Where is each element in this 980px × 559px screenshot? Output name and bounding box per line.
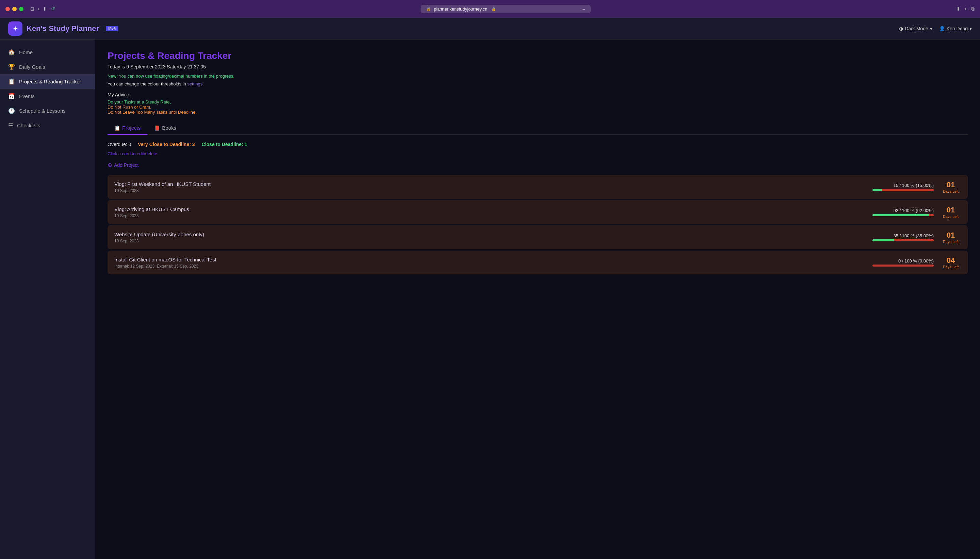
card-days: 04 Days Left (940, 256, 961, 269)
card-right: 15 / 100 % (15.00%) 01 Days Left (832, 180, 961, 194)
user-icon: 👤 (939, 26, 945, 31)
card-progress-text: 0 / 100 % (0.00%) (873, 258, 934, 263)
project-card[interactable]: Vlog: First Weekend of an HKUST Student … (107, 175, 968, 199)
progress-container: 0 / 100 % (0.00%) (873, 258, 934, 266)
dark-mode-chevron-icon: ▾ (930, 26, 932, 31)
ipv6-badge: IPv6 (106, 26, 118, 31)
tab-projects[interactable]: 📋 Projects (107, 122, 147, 135)
settings-link[interactable]: settings (187, 81, 203, 86)
sidebar-item-events-label: Events (19, 93, 35, 99)
stats-row: Overdue: 0 Very Close to Deadline: 3 Clo… (107, 142, 968, 147)
minimize-button[interactable] (12, 7, 16, 11)
card-right: 92 / 100 % (92.00%) 01 Days Left (832, 206, 961, 218)
dark-mode-icon: ◑ (899, 26, 903, 31)
pause-button[interactable]: ⏸ (43, 6, 48, 12)
progress-container: 15 / 100 % (15.00%) (873, 183, 934, 191)
address-bar-wrap: 🔒 planner.kenstudyjourney.cn 🔒 ··· (59, 5, 952, 13)
card-right: 35 / 100 % (35.00%) 01 Days Left (832, 231, 961, 244)
card-date: 10 Sep. 2023 (114, 213, 832, 218)
stat-overdue: Overdue: 0 (107, 142, 131, 147)
url-text: planner.kenstudyjourney.cn (434, 7, 487, 12)
advice-line-3: Do Not Leave Too Many Tasks until Deadli… (107, 110, 968, 115)
days-label: Days Left (940, 189, 961, 194)
days-num: 04 (940, 256, 961, 265)
sidebar-item-checklists[interactable]: ☰ Checklists (0, 118, 95, 133)
browser-right-controls: ⬆ + ⧉ (956, 6, 975, 12)
project-card[interactable]: Website Update (University Zones only) 1… (107, 225, 968, 249)
sidebar-item-projects[interactable]: 📋 Projects & Reading Tracker (0, 74, 95, 89)
sidebar: 🏠 Home 🏆 Daily Goals 📋 Projects & Readin… (0, 40, 95, 559)
card-title: Vlog: Arriving at HKUST Campus (114, 206, 832, 212)
stat-very-close: Very Close to Deadline: 3 (138, 142, 195, 147)
progress-bar-wrap (873, 265, 934, 266)
site-icon: 🔒 (426, 7, 431, 11)
card-left: Vlog: Arriving at HKUST Campus 10 Sep. 2… (114, 206, 832, 218)
notice-new: New: You can now use floating/decimal nu… (107, 74, 968, 79)
new-tab-button[interactable]: + (964, 6, 967, 12)
user-chevron-icon: ▾ (970, 26, 972, 31)
add-project-label: Add Project (114, 162, 139, 168)
dots-icon[interactable]: ··· (582, 7, 585, 12)
add-project-icon: ⊕ (107, 162, 112, 168)
advice-line-2: Do Not Rush or Cram, (107, 104, 968, 110)
advice-block: My Advice: Do your Tasks at a Steady Rat… (107, 92, 968, 115)
clock-icon: 🕐 (8, 108, 15, 114)
card-title: Install Git Client on macOS for Technica… (114, 257, 832, 263)
card-progress-text: 15 / 100 % (15.00%) (873, 183, 934, 188)
sidebar-item-home-label: Home (19, 50, 33, 55)
card-date: Internal: 12 Sep. 2023, External: 15 Sep… (114, 264, 832, 269)
app-title: Ken's Study Planner (26, 24, 99, 33)
sidebar-item-daily-goals[interactable]: 🏆 Daily Goals (0, 60, 95, 74)
card-progress-text: 92 / 100 % (92.00%) (873, 208, 934, 213)
project-card[interactable]: Vlog: Arriving at HKUST Campus 10 Sep. 2… (107, 200, 968, 224)
books-tab-icon: 📕 (154, 125, 160, 131)
card-progress-text: 35 / 100 % (35.00%) (873, 233, 934, 238)
add-project-button[interactable]: ⊕ Add Project (107, 162, 139, 168)
dark-mode-button[interactable]: ◑ Dark Mode ▾ (899, 26, 932, 31)
sidebar-item-home[interactable]: 🏠 Home (0, 45, 95, 60)
lock-icon: 🔒 (492, 7, 496, 11)
project-card[interactable]: Install Git Client on macOS for Technica… (107, 251, 968, 275)
tab-books[interactable]: 📕 Books (147, 122, 183, 135)
progress-bar-wrap (873, 239, 934, 241)
days-label: Days Left (940, 265, 961, 269)
card-left: Vlog: First Weekend of an HKUST Student … (114, 181, 832, 193)
card-title: Website Update (University Zones only) (114, 232, 832, 237)
progress-bar-wrap (873, 214, 934, 216)
browser-chrome: ⊡ ‹ ⏸ ↺ 🔒 planner.kenstudyjourney.cn 🔒 ·… (0, 0, 980, 18)
page-title: Projects & Reading Tracker (107, 50, 968, 61)
sidebar-item-schedule[interactable]: 🕐 Schedule & Lessons (0, 104, 95, 118)
progress-container: 92 / 100 % (92.00%) (873, 208, 934, 216)
fullscreen-button[interactable] (19, 7, 23, 11)
share-button[interactable]: ⬆ (956, 6, 960, 12)
logo-symbol: ✦ (13, 25, 18, 33)
back-button[interactable]: ‹ (38, 6, 40, 12)
list-icon: ☰ (8, 122, 13, 129)
sidebar-item-events[interactable]: 📅 Events (0, 89, 95, 104)
card-right: 0 / 100 % (0.00%) 04 Days Left (832, 256, 961, 269)
sidebar-item-daily-goals-label: Daily Goals (19, 64, 45, 70)
days-num: 01 (940, 206, 961, 215)
card-left: Website Update (University Zones only) 1… (114, 232, 832, 243)
trophy-icon: 🏆 (8, 64, 15, 70)
header-right: ◑ Dark Mode ▾ 👤 Ken Deng ▾ (899, 26, 972, 31)
home-icon: 🏠 (8, 49, 15, 56)
close-button[interactable] (5, 7, 10, 11)
address-bar[interactable]: 🔒 planner.kenstudyjourney.cn 🔒 ··· (421, 5, 591, 13)
days-label: Days Left (940, 240, 961, 244)
days-label: Days Left (940, 215, 961, 218)
days-num: 01 (940, 180, 961, 189)
dark-mode-label: Dark Mode (905, 26, 928, 31)
sidebar-item-checklists-label: Checklists (17, 122, 40, 128)
date-time: Today is 9 September 2023 Saturday 21:37… (107, 64, 968, 69)
books-tab-label: Books (162, 125, 176, 131)
projects-tab-icon: 📋 (114, 125, 120, 131)
refresh-button[interactable]: ↺ (51, 6, 55, 12)
card-date: 10 Sep. 2023 (114, 239, 832, 243)
tabs-button[interactable]: ⧉ (971, 6, 975, 12)
user-menu-button[interactable]: 👤 Ken Deng ▾ (939, 26, 972, 31)
sidebar-item-projects-label: Projects & Reading Tracker (19, 79, 81, 84)
app-header: ✦ Ken's Study Planner IPv6 ◑ Dark Mode ▾… (0, 18, 980, 40)
sidebar-toggle-button[interactable]: ⊡ (30, 6, 35, 12)
app-logo: ✦ Ken's Study Planner IPv6 (8, 22, 899, 36)
